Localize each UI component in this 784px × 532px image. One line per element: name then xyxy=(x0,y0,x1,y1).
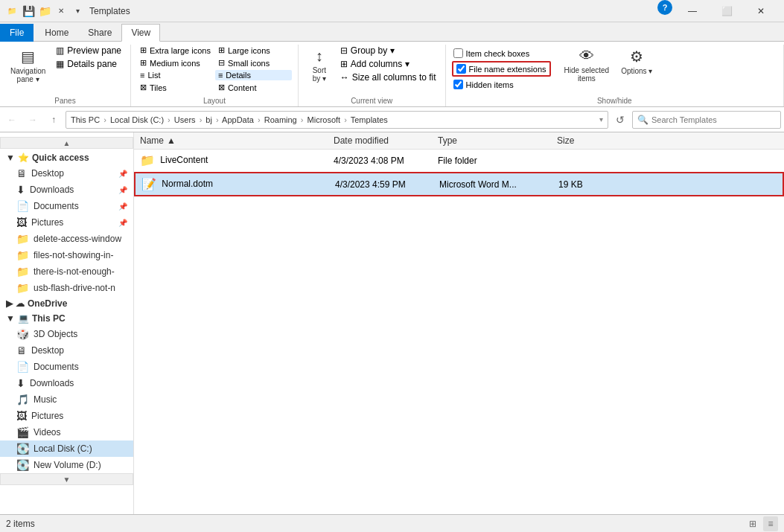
file-type-cell: Microsoft Word M... xyxy=(433,178,552,191)
options-button[interactable]: ⚙ Options ▾ xyxy=(616,45,657,86)
content-button[interactable]: ⊠ Content xyxy=(215,82,292,93)
refresh-button[interactable]: ↺ xyxy=(611,111,629,129)
hidden-items-option[interactable]: Hidden items xyxy=(452,79,551,90)
sidebar-item-pictures-pc[interactable]: 🖼 Pictures xyxy=(0,408,133,424)
breadcrumb-dropdown-icon[interactable]: ▾ xyxy=(599,115,603,124)
sort-arrow-icon: ▲ xyxy=(167,135,176,146)
sidebar-scroll-up[interactable]: ▲ xyxy=(0,137,133,149)
maximize-button[interactable]: ⬜ xyxy=(710,0,744,22)
quick-access-undo[interactable]: ✕ xyxy=(55,5,67,17)
large-icons-button[interactable]: ⊞ Large icons xyxy=(215,45,292,56)
item-checkboxes-option[interactable]: Item check boxes xyxy=(452,48,551,59)
breadcrumb[interactable]: This PC › Local Disk (C:) › Users › bj ›… xyxy=(66,111,608,129)
ribbon-group-show-hide: Item check boxes File name extensions Hi… xyxy=(446,45,784,106)
title-bar-controls: ? — ⬜ ✕ xyxy=(657,0,778,22)
sidebar-item-label: Videos xyxy=(34,427,60,438)
details-button[interactable]: ≡ Details xyxy=(215,70,292,80)
search-input[interactable] xyxy=(651,115,776,124)
folder-icon-4: 📁 xyxy=(16,282,29,294)
sidebar-section-onedrive[interactable]: ▶ ☁ OneDrive xyxy=(0,296,133,311)
file-name-extensions-checkbox[interactable] xyxy=(456,64,466,74)
table-row[interactable]: 📁 LiveContent 4/3/2023 4:08 PM File fold… xyxy=(134,150,784,172)
onedrive-icon: ☁ xyxy=(16,298,25,309)
sidebar-item-delete-access[interactable]: 📁 delete-access-window xyxy=(0,231,133,247)
nav-pane-icon: ▤ xyxy=(21,48,35,65)
panes-label: Panes xyxy=(6,95,124,106)
sidebar-item-music[interactable]: 🎵 Music xyxy=(0,391,133,408)
show-hide-label: Show/hide xyxy=(452,95,777,106)
sidebar-item-files-not-showing[interactable]: 📁 files-not-showing-in- xyxy=(0,247,133,263)
extra-large-icons-button[interactable]: ⊞ Extra large icons xyxy=(137,45,214,56)
sidebar-item-downloads-pc[interactable]: ⬇ Downloads xyxy=(0,375,133,391)
sidebar-scroll-down[interactable]: ▼ xyxy=(0,473,133,485)
size-all-columns-button[interactable]: ↔ Size all columns to fit xyxy=(337,71,439,83)
search-box[interactable]: 🔍 xyxy=(632,111,781,129)
downloads-icon: ⬇ xyxy=(16,184,25,196)
hidden-items-checkbox[interactable] xyxy=(453,80,463,89)
ribbon-tabs: File Home Share View xyxy=(0,22,784,42)
column-header-date[interactable]: Date modified xyxy=(328,132,432,149)
sidebar-item-pictures-quick[interactable]: 🖼 Pictures 📌 xyxy=(0,214,133,231)
list-view-button[interactable]: ≡ xyxy=(763,516,778,531)
minimize-button[interactable]: — xyxy=(675,0,710,22)
folder-file-icon: 📁 xyxy=(140,154,155,167)
sidebar-item-label: Desktop xyxy=(31,345,64,356)
small-icons-button[interactable]: ⊟ Small icons xyxy=(215,57,292,68)
forward-button[interactable]: → xyxy=(24,111,42,129)
hide-selected-items-button[interactable]: 👁 Hide selecteditems xyxy=(560,45,614,86)
tiles-button[interactable]: ⊠ Tiles xyxy=(137,82,214,93)
tab-home[interactable]: Home xyxy=(35,24,78,42)
sidebar-item-downloads-quick[interactable]: ⬇ Downloads 📌 xyxy=(0,182,133,198)
current-view-label: Current view xyxy=(305,95,439,106)
preview-pane-button[interactable]: ▥ Preview pane xyxy=(53,45,124,57)
item-checkboxes-checkbox[interactable] xyxy=(453,48,463,58)
close-button[interactable]: ✕ xyxy=(744,0,778,22)
tab-view[interactable]: View xyxy=(121,24,160,42)
sidebar-item-3d-objects[interactable]: 🎲 3D Objects xyxy=(0,326,133,342)
table-row[interactable]: 📝 Normal.dotm 4/3/2023 4:59 PM Microsoft… xyxy=(134,172,784,196)
sidebar-item-usb-flash[interactable]: 📁 usb-flash-drive-not-n xyxy=(0,280,133,296)
sort-by-icon: ↕ xyxy=(316,48,323,65)
videos-icon: 🎬 xyxy=(16,426,29,438)
sidebar-item-new-volume-d[interactable]: 💽 New Volume (D:) xyxy=(0,457,133,473)
sidebar-item-videos[interactable]: 🎬 Videos xyxy=(0,424,133,440)
sidebar-item-local-disk-c[interactable]: 💽 Local Disk (C:) xyxy=(0,440,133,457)
quick-access-icon: ⭐ xyxy=(18,153,29,163)
sidebar-item-label: there-is-not-enough- xyxy=(34,266,115,277)
help-button[interactable]: ? xyxy=(657,0,672,15)
sidebar-item-desktop-quick[interactable]: 🖥 Desktop 📌 xyxy=(0,165,133,182)
list-button[interactable]: ≡ List xyxy=(137,70,214,80)
navigation-pane-button[interactable]: ▤ Navigationpane ▾ xyxy=(6,45,50,86)
preview-pane-icon: ▥ xyxy=(56,45,64,56)
ribbon-group-current-view: ↕ Sortby ▾ ⊟ Group by ▾ ⊞ Add columns ▾ … xyxy=(299,45,446,106)
details-pane-button[interactable]: ▦ Details pane xyxy=(53,58,124,70)
tab-share[interactable]: Share xyxy=(78,24,121,42)
sidebar-item-label: Local Disk (C:) xyxy=(34,443,92,454)
sidebar-item-not-enough[interactable]: 📁 there-is-not-enough- xyxy=(0,263,133,280)
quick-access-new-folder[interactable]: 📁 xyxy=(39,5,51,17)
group-by-button[interactable]: ⊟ Group by ▾ xyxy=(337,45,439,57)
grid-view-button[interactable]: ⊞ xyxy=(745,516,760,531)
address-bar: ← → ↑ This PC › Local Disk (C:) › Users … xyxy=(0,107,784,132)
sidebar-item-label: usb-flash-drive-not-n xyxy=(34,283,115,293)
add-columns-button[interactable]: ⊞ Add columns ▾ xyxy=(337,58,439,70)
sidebar-section-quick-access[interactable]: ▼ ⭐ Quick access xyxy=(0,150,133,165)
column-header-type[interactable]: Type xyxy=(432,132,551,149)
sort-by-button[interactable]: ↕ Sortby ▾ xyxy=(305,45,334,86)
column-header-size[interactable]: Size xyxy=(551,132,611,149)
folder-icon-2: 📁 xyxy=(16,249,29,261)
sidebar-item-desktop-pc[interactable]: 🖥 Desktop xyxy=(0,342,133,359)
medium-icons-button[interactable]: ⊞ Medium icons xyxy=(137,57,214,68)
customize-quick-access[interactable]: ▾ xyxy=(71,5,83,17)
back-button[interactable]: ← xyxy=(3,111,21,129)
column-header-name[interactable]: Name ▲ xyxy=(134,132,328,149)
tab-file[interactable]: File xyxy=(0,24,34,42)
status-bar: 2 items ⊞ ≡ xyxy=(0,514,784,532)
file-name-extensions-option[interactable]: File name extensions xyxy=(452,61,551,77)
this-pc-expand-icon: ▼ xyxy=(6,313,15,324)
up-button[interactable]: ↑ xyxy=(45,111,63,129)
sidebar-section-this-pc[interactable]: ▼ 💻 This PC xyxy=(0,311,133,326)
sidebar-item-documents-pc[interactable]: 📄 Documents xyxy=(0,359,133,375)
sidebar-item-documents-quick[interactable]: 📄 Documents 📌 xyxy=(0,198,133,214)
quick-access-save[interactable]: 💾 xyxy=(22,5,34,17)
